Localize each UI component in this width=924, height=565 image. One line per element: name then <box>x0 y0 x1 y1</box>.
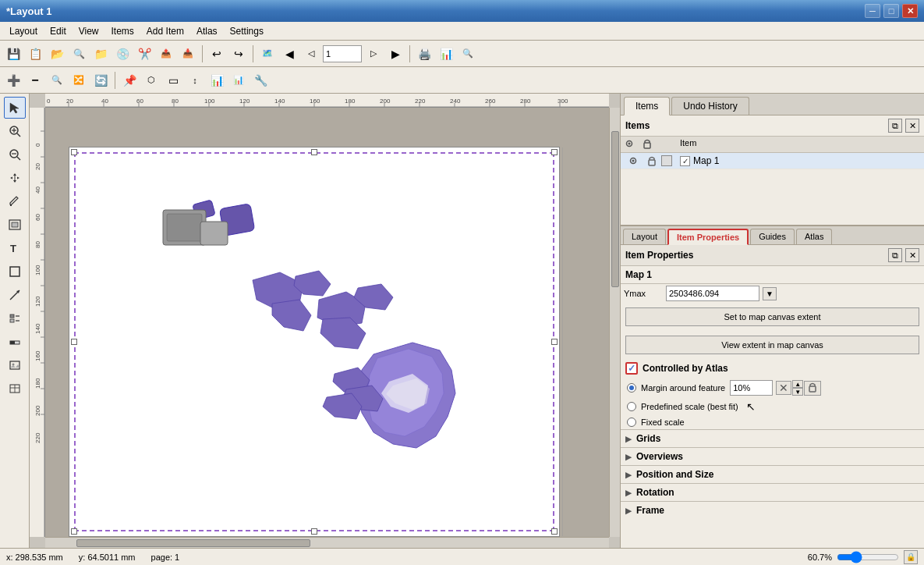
prop-float-button[interactable]: ⧉ <box>888 248 902 262</box>
set-canvas-button[interactable]: Set to map canvas extent <box>625 307 919 326</box>
redo-button[interactable]: ↪ <box>228 44 249 64</box>
item-visible-checkbox[interactable] <box>680 156 690 166</box>
save-button[interactable]: 💾 <box>3 44 23 64</box>
tab-items[interactable]: Items <box>624 97 670 115</box>
refresh-button[interactable]: 🔄 <box>90 70 111 91</box>
page-number-input[interactable] <box>323 45 362 62</box>
chart2-button[interactable]: 📊 <box>207 70 227 91</box>
fixed-radio[interactable] <box>627 418 636 427</box>
add-legend-tool[interactable] <box>4 307 26 329</box>
frame-section[interactable]: ▶ Frame <box>621 501 924 519</box>
visibility-toggle[interactable] <box>624 155 643 166</box>
chart3-button[interactable]: 📊 <box>228 70 249 91</box>
menubar: Layout Edit View Items Add Item Atlas Se… <box>0 22 924 41</box>
undo-button[interactable]: ↩ <box>207 44 227 64</box>
close-button[interactable]: ✕ <box>902 4 918 18</box>
add-text-tool[interactable]: T <box>4 237 26 259</box>
overviews-section[interactable]: ▶ Overviews <box>621 447 924 465</box>
settings-button[interactable]: 🔧 <box>250 70 271 91</box>
add-map-tool[interactable] <box>4 214 26 236</box>
prev-button[interactable]: ◀ <box>279 44 299 64</box>
v-scroll-thumb[interactable] <box>611 131 619 287</box>
item-name: Map 1 <box>680 155 921 166</box>
add-image-tool[interactable] <box>4 354 26 376</box>
zoom-lock-btn[interactable]: 🔒 <box>904 550 918 564</box>
tab-item-properties[interactable]: Item Properties <box>667 229 749 245</box>
items-panel-controls: ⧉ ✕ <box>888 119 919 133</box>
print-button[interactable]: 🖨️ <box>414 44 434 64</box>
zoom-in-button[interactable]: 🔍 <box>69 44 89 64</box>
menu-layout[interactable]: Layout <box>3 24 44 38</box>
zoom-button[interactable]: 🔍 <box>458 44 478 64</box>
rotation-section[interactable]: ▶ Rotation <box>621 483 924 501</box>
new-button[interactable]: 📋 <box>25 44 45 64</box>
margin-input[interactable] <box>730 380 773 396</box>
margin-lock-btn[interactable] <box>804 381 821 396</box>
atlas-button[interactable]: 🗺️ <box>257 44 278 64</box>
rect-button[interactable]: ▭ <box>163 70 183 91</box>
add-scalebar-tool[interactable] <box>4 331 26 353</box>
vertical-scrollbar[interactable] <box>609 108 620 537</box>
set-canvas-btn-row: Set to map canvas extent <box>621 303 924 331</box>
pan-tool[interactable] <box>4 167 26 189</box>
menu-items[interactable]: Items <box>105 24 140 38</box>
atlas-checkbox[interactable] <box>625 362 638 375</box>
pan-button[interactable]: 🔀 <box>69 70 89 91</box>
zoom-in2-button[interactable]: ➕ <box>3 70 23 91</box>
menu-add-item[interactable]: Add Item <box>140 24 190 38</box>
tab-guides[interactable]: Guides <box>750 229 795 244</box>
next-button[interactable]: ▶ <box>385 44 405 64</box>
ymax-input[interactable] <box>666 286 759 301</box>
hex1-button[interactable]: ⬡ <box>141 70 161 91</box>
margin-clear-btn[interactable]: ✕ <box>776 381 791 395</box>
resize-button[interactable]: ↕️ <box>185 70 205 91</box>
tab-atlas[interactable]: Atlas <box>796 229 832 244</box>
tab-undo-history[interactable]: Undo History <box>671 97 749 115</box>
margin-radio[interactable] <box>627 383 636 393</box>
menu-atlas[interactable]: Atlas <box>190 24 224 38</box>
export-button[interactable]: 📤 <box>156 44 176 64</box>
ymax-dropdown[interactable]: ▼ <box>763 287 777 300</box>
prop-close-button[interactable]: ✕ <box>905 248 919 262</box>
canvas-viewport[interactable] <box>45 108 609 537</box>
add-arrow-tool[interactable] <box>4 284 26 306</box>
disk-button[interactable]: 💿 <box>112 44 133 64</box>
maximize-button[interactable]: □ <box>883 4 899 18</box>
minimize-button[interactable]: ─ <box>865 4 880 18</box>
next2-button[interactable]: ▷ <box>363 44 384 64</box>
svg-text:220: 220 <box>415 98 426 105</box>
position-size-section[interactable]: ▶ Position and Size <box>621 465 924 483</box>
chart-button[interactable]: 📊 <box>436 44 456 64</box>
margin-spin-down[interactable]: ▼ <box>792 388 803 396</box>
add-shape-tool[interactable] <box>4 261 26 282</box>
open-button[interactable]: 📂 <box>47 44 67 64</box>
lock-toggle[interactable] <box>643 155 661 166</box>
zoom-slider[interactable] <box>837 552 899 563</box>
edit-tool[interactable] <box>4 190 26 212</box>
zoom-out-tool[interactable] <box>4 144 26 165</box>
h-scroll-thumb[interactable] <box>76 539 310 547</box>
pin-button[interactable]: 📌 <box>119 70 140 91</box>
open-folder-button[interactable]: 📁 <box>90 44 111 64</box>
menu-settings[interactable]: Settings <box>224 24 270 38</box>
tab-layout[interactable]: Layout <box>623 229 666 244</box>
cut-button[interactable]: ✂️ <box>134 44 154 64</box>
menu-edit[interactable]: Edit <box>44 24 73 38</box>
rotation-arrow: ▶ <box>625 489 632 497</box>
view-canvas-button[interactable]: View extent in map canvas <box>625 336 919 354</box>
grids-section[interactable]: ▶ Grids <box>621 429 924 447</box>
horizontal-scrollbar[interactable] <box>45 537 609 548</box>
margin-spin-up[interactable]: ▲ <box>792 380 803 388</box>
zoom-in-tool[interactable] <box>4 120 26 142</box>
zoom-full-button[interactable]: 🔍 <box>47 70 67 91</box>
close-panel-button[interactable]: ✕ <box>905 119 919 133</box>
add-table-tool[interactable] <box>4 378 26 400</box>
predefined-radio[interactable] <box>627 402 636 411</box>
float-button[interactable]: ⧉ <box>888 119 902 133</box>
zoom-out-button[interactable]: − <box>25 70 45 91</box>
prev2-button[interactable]: ◁ <box>301 44 321 64</box>
select-tool[interactable] <box>4 97 26 119</box>
menu-view[interactable]: View <box>73 24 105 38</box>
table-row[interactable]: Map 1 <box>621 153 924 169</box>
export2-button[interactable]: 📥 <box>178 44 198 64</box>
